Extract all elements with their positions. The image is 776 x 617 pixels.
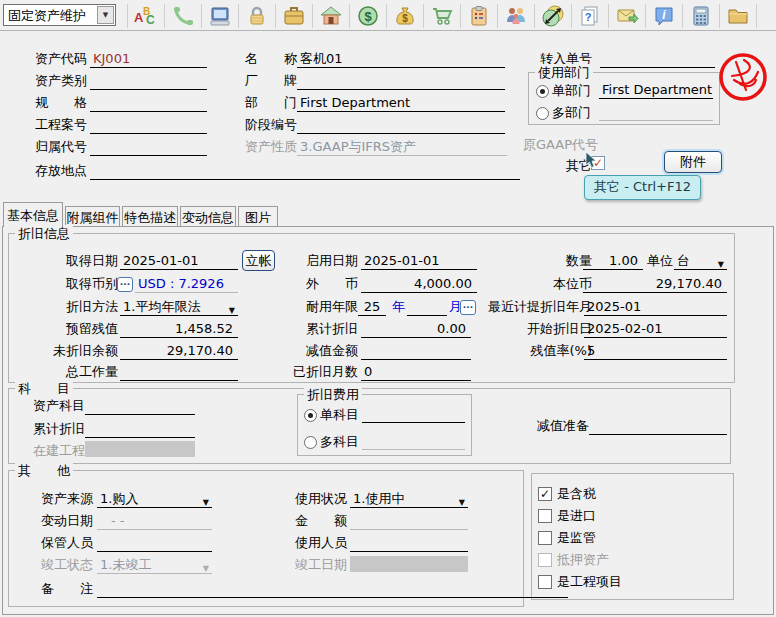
base-currency-field[interactable]: 29,170.40: [583, 276, 727, 293]
calculator-button[interactable]: [686, 3, 716, 29]
salvage-field[interactable]: 1,458.52: [120, 321, 238, 338]
mortgaged-asset-label: 抵押资产: [557, 552, 609, 568]
asset-account-field[interactable]: [85, 398, 195, 415]
asset-code-field[interactable]: KJ001: [90, 51, 207, 68]
depr-method-select[interactable]: 1.平均年限法▼: [120, 299, 238, 316]
attachment-button[interactable]: 附件: [664, 151, 722, 173]
name-field[interactable]: 客机01: [297, 51, 505, 68]
depreciation-group-title: 折旧信息: [15, 225, 73, 243]
accum-depr-account-field[interactable]: [85, 421, 195, 438]
module-selector-value: 固定资产维护: [8, 7, 86, 25]
quantity-field[interactable]: 1.00: [583, 253, 643, 270]
spec-field[interactable]: [90, 95, 207, 112]
acquire-date-field[interactable]: 2025-01-01: [120, 253, 238, 270]
home-button[interactable]: [316, 3, 346, 29]
asset-source-select[interactable]: 1.购入▼: [97, 491, 212, 508]
unit-select[interactable]: 台▼: [674, 253, 727, 270]
lock-button[interactable]: [242, 3, 272, 29]
brand-field[interactable]: [297, 73, 505, 90]
asset-account-label: 资产科目: [33, 398, 85, 414]
use-date-field[interactable]: 2025-01-01: [361, 253, 477, 270]
life-months-field[interactable]: [407, 299, 447, 316]
transfer-no-field[interactable]: [600, 51, 715, 68]
completion-status-label: 竣工状态: [30, 557, 93, 573]
briefcase-button[interactable]: [279, 3, 309, 29]
salvage-label: 预留残值: [28, 321, 118, 337]
single-account-field[interactable]: [362, 406, 465, 423]
multi-account-radio[interactable]: [304, 436, 317, 449]
currency-lookup-button[interactable]: ···: [117, 277, 133, 292]
impairment-provision-field[interactable]: [589, 418, 727, 435]
workload-field[interactable]: [120, 364, 238, 381]
module-selector-dropdown-button[interactable]: ▼: [97, 6, 114, 24]
location-field[interactable]: [90, 163, 520, 180]
toolbar-separator: [127, 4, 128, 28]
acquire-date-label: 取得日期: [28, 253, 118, 269]
help-doc-button[interactable]: ?: [575, 3, 605, 29]
life-years-field[interactable]: 25: [358, 299, 386, 316]
spellcheck-button[interactable]: ABC: [131, 3, 161, 29]
quantity-label: 数量: [478, 253, 592, 269]
asset-category-label: 资产类别: [35, 73, 87, 89]
tab-picture[interactable]: 图片: [238, 206, 278, 227]
stage-no-field[interactable]: [297, 117, 505, 134]
last-depr-month-field[interactable]: 2025-01: [584, 299, 727, 316]
people-button[interactable]: [501, 3, 531, 29]
user-field[interactable]: [350, 535, 468, 552]
tax-included-checkbox[interactable]: ✓: [538, 487, 552, 501]
belong-code-label: 归属代号: [35, 139, 87, 155]
multi-dept-radio[interactable]: [536, 107, 549, 120]
impairment-field[interactable]: [361, 343, 471, 360]
dept-field[interactable]: First Department: [297, 95, 505, 112]
imported-checkbox[interactable]: [538, 509, 552, 523]
tab-attached-components[interactable]: 附属组件: [65, 206, 120, 227]
project-no-field[interactable]: [90, 117, 207, 134]
depr-months-field[interactable]: 0: [361, 364, 471, 381]
tab-feature-description[interactable]: 特色描述: [122, 206, 178, 227]
tab-change-info[interactable]: 变动信息: [180, 206, 236, 227]
module-selector[interactable]: 固定资产维护 ▼: [3, 4, 116, 26]
exchange-button[interactable]: [538, 3, 568, 29]
depr-method-label: 折旧方法: [28, 299, 118, 315]
remark-field[interactable]: [97, 581, 568, 598]
use-department-group-title: 使用部门: [535, 64, 593, 82]
money-bag-button[interactable]: $: [390, 3, 420, 29]
phone-icon: [172, 5, 194, 27]
toolbar: 固定资产维护 ▼ ABC $ $: [0, 0, 776, 31]
accum-depr-account-label: 累计折旧: [33, 421, 85, 437]
single-dept-field[interactable]: First Department: [599, 82, 713, 99]
dropdown-arrow-icon: ▼: [459, 495, 465, 511]
remark-label: 备 注: [30, 581, 93, 597]
dollar-coin-button[interactable]: $: [353, 3, 383, 29]
foreign-currency-field[interactable]: 4,000.00: [361, 276, 477, 293]
cart-button[interactable]: [427, 3, 457, 29]
supervised-checkbox[interactable]: [538, 531, 552, 545]
undepreciated-field[interactable]: 29,170.40: [120, 343, 238, 360]
post-entry-button[interactable]: 立帐: [242, 250, 275, 271]
multi-dept-label: 多部门: [552, 105, 591, 121]
phone-button[interactable]: [168, 3, 198, 29]
send-mail-button[interactable]: [612, 3, 642, 29]
belong-code-field[interactable]: [90, 139, 207, 156]
depr-start-date-field[interactable]: 2025-02-01: [584, 321, 727, 338]
depr-expense-group-title: 折旧费用: [304, 386, 362, 404]
spellcheck-icon: ABC: [134, 5, 158, 27]
use-status-select[interactable]: 1.使用中▼: [350, 491, 468, 508]
info-button[interactable]: i: [649, 3, 679, 29]
impairment-provision-label: 减值准备: [537, 418, 589, 434]
dropdown-arrow-icon: ▼: [718, 257, 724, 273]
computer-button[interactable]: [205, 3, 235, 29]
tab-basic-info[interactable]: 基本信息: [3, 202, 63, 227]
clipboard-button[interactable]: [464, 3, 494, 29]
cart-icon: [431, 5, 453, 27]
accum-depr-field[interactable]: 0.00: [361, 321, 471, 338]
single-dept-label: 单部门: [552, 83, 591, 99]
life-lookup-button[interactable]: ···: [460, 300, 476, 315]
folder-button[interactable]: [723, 3, 753, 29]
asset-category-field[interactable]: [90, 73, 207, 90]
single-account-radio[interactable]: [304, 409, 317, 422]
custodian-field[interactable]: [97, 535, 212, 552]
single-dept-radio[interactable]: [536, 85, 549, 98]
salvage-rate-field[interactable]: 5: [584, 343, 727, 360]
nature-field: 3.GAAP与IFRS资产: [297, 139, 507, 156]
